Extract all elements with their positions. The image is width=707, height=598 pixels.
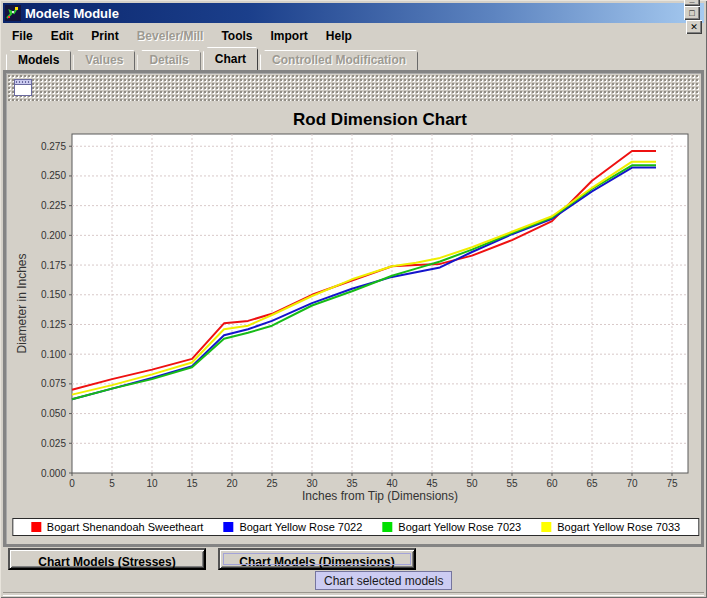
internal-frame-icon[interactable]: [14, 79, 32, 96]
legend-swatch: [223, 522, 233, 532]
svg-text:25: 25: [266, 478, 278, 489]
legend-swatch: [382, 522, 392, 532]
svg-text:70: 70: [626, 478, 638, 489]
svg-text:0.250: 0.250: [41, 170, 66, 181]
svg-text:0.000: 0.000: [41, 468, 66, 479]
svg-text:65: 65: [586, 478, 598, 489]
legend-label: Bogart Yellow Rose 7023: [398, 521, 521, 533]
svg-text:20: 20: [226, 478, 238, 489]
app-icon: [5, 5, 21, 21]
toolbar-drag-texture: [8, 75, 699, 101]
menu-print[interactable]: Print: [82, 27, 127, 45]
content-panel: Rod Dimension Chart0.0000.0250.0500.0750…: [3, 70, 704, 547]
svg-text:Diameter in Inches: Diameter in Inches: [15, 253, 29, 353]
svg-text:0.125: 0.125: [41, 319, 66, 330]
tab-models[interactable]: Models: [6, 50, 71, 70]
menu-import[interactable]: Import: [262, 27, 317, 45]
svg-text:0.075: 0.075: [41, 378, 66, 389]
legend-item: Bogart Yellow Rose 7023: [382, 521, 521, 533]
svg-text:75: 75: [666, 478, 678, 489]
chart-panel: Rod Dimension Chart0.0000.0250.0500.0750…: [12, 106, 699, 541]
svg-text:50: 50: [466, 478, 478, 489]
chart-selected-models-tooltip: Chart selected models: [315, 571, 452, 590]
legend-label: Bogart Shenandoah Sweetheart: [47, 521, 204, 533]
window-titlebar[interactable]: Models Module _□✕: [3, 3, 704, 23]
tab-chart[interactable]: Chart: [203, 47, 258, 70]
legend-item: Bogart Shenandoah Sweetheart: [31, 521, 204, 533]
svg-text:0.175: 0.175: [41, 260, 66, 271]
legend-swatch: [541, 522, 551, 532]
tab-controlled-modification: Controlled Modification: [260, 50, 418, 70]
maximize-button[interactable]: □: [684, 6, 700, 20]
tab-values: Values: [73, 50, 135, 70]
svg-text:15: 15: [186, 478, 198, 489]
svg-text:Rod Dimension Chart: Rod Dimension Chart: [293, 110, 467, 129]
svg-text:0.150: 0.150: [41, 289, 66, 300]
svg-text:60: 60: [546, 478, 558, 489]
bottom-groove: [3, 592, 704, 596]
legend-label: Bogart Yellow Rose 7022: [239, 521, 362, 533]
svg-text:0.050: 0.050: [41, 408, 66, 419]
models-module-window: Models Module _□✕ FileEditPrintBeveler/M…: [0, 0, 707, 598]
chart-models-dimensions-label: Chart Models (Dimensions): [239, 555, 394, 569]
chart-legend: Bogart Shenandoah SweetheartBogart Yello…: [12, 518, 699, 536]
svg-text:45: 45: [426, 478, 438, 489]
menu-tools[interactable]: Tools: [212, 27, 261, 45]
svg-text:35: 35: [346, 478, 358, 489]
legend-swatch: [31, 522, 41, 532]
menu-edit[interactable]: Edit: [42, 27, 83, 45]
chart-models-dimensions-button[interactable]: Chart Models (Dimensions): [218, 548, 416, 570]
svg-text:40: 40: [386, 478, 398, 489]
menu-bar: FileEditPrintBeveler/MillToolsImportHelp: [3, 25, 704, 46]
svg-text:0: 0: [69, 478, 75, 489]
svg-text:0.275: 0.275: [41, 141, 66, 152]
svg-text:0.225: 0.225: [41, 200, 66, 211]
tab-details: Details: [137, 50, 200, 70]
dimension-chart: Rod Dimension Chart0.0000.0250.0500.0750…: [12, 106, 699, 508]
svg-text:55: 55: [506, 478, 518, 489]
svg-text:10: 10: [146, 478, 158, 489]
menu-help[interactable]: Help: [317, 27, 361, 45]
legend-item: Bogart Yellow Rose 7033: [541, 521, 680, 533]
legend-label: Bogart Yellow Rose 7033: [557, 521, 680, 533]
svg-text:0.100: 0.100: [41, 349, 66, 360]
svg-text:0.200: 0.200: [41, 230, 66, 241]
legend-item: Bogart Yellow Rose 7022: [223, 521, 362, 533]
menu-beveler-mill: Beveler/Mill: [128, 27, 213, 45]
menu-file[interactable]: File: [3, 27, 42, 45]
svg-text:30: 30: [306, 478, 318, 489]
svg-text:Inches from Tip (Dimensions): Inches from Tip (Dimensions): [302, 489, 458, 503]
window-title: Models Module: [25, 6, 682, 21]
tab-bar: ModelsValuesDetailsChartControlled Modif…: [6, 47, 420, 70]
svg-text:0.025: 0.025: [41, 438, 66, 449]
chart-models-stresses-button[interactable]: Chart Models (Stresses): [8, 548, 206, 570]
svg-text:5: 5: [109, 478, 115, 489]
